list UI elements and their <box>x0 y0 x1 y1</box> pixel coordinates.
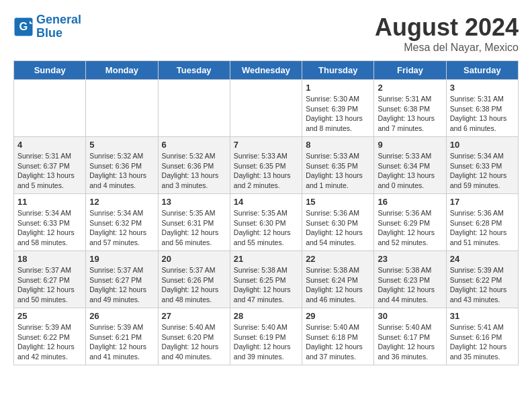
calendar-cell: 12Sunrise: 5:34 AMSunset: 6:32 PMDayligh… <box>86 194 158 251</box>
day-info: Sunrise: 5:38 AMSunset: 6:23 PMDaylight:… <box>378 265 442 305</box>
calendar-week-1: 1Sunrise: 5:30 AMSunset: 6:39 PMDaylight… <box>14 80 519 137</box>
calendar-cell: 28Sunrise: 5:40 AMSunset: 6:19 PMDayligh… <box>230 308 302 365</box>
calendar-week-4: 18Sunrise: 5:37 AMSunset: 6:27 PMDayligh… <box>14 251 519 308</box>
calendar-cell: 16Sunrise: 5:36 AMSunset: 6:29 PMDayligh… <box>374 194 446 251</box>
day-info: Sunrise: 5:40 AMSunset: 6:18 PMDaylight:… <box>306 322 370 362</box>
calendar-cell: 25Sunrise: 5:39 AMSunset: 6:22 PMDayligh… <box>14 308 86 365</box>
day-info: Sunrise: 5:40 AMSunset: 6:20 PMDaylight:… <box>162 322 226 362</box>
page-header: G GeneralBlue August 2024 Mesa del Nayar… <box>13 13 519 54</box>
calendar-cell: 23Sunrise: 5:38 AMSunset: 6:23 PMDayligh… <box>374 251 446 308</box>
day-number: 14 <box>234 197 298 207</box>
day-info: Sunrise: 5:40 AMSunset: 6:17 PMDaylight:… <box>378 322 442 362</box>
logo-text: GeneralBlue <box>36 13 81 40</box>
day-number: 22 <box>306 254 370 264</box>
column-header-friday: Friday <box>374 61 446 80</box>
logo-icon: G <box>13 17 34 37</box>
calendar-cell: 3Sunrise: 5:31 AMSunset: 6:38 PMDaylight… <box>446 80 518 137</box>
day-number: 23 <box>378 254 442 264</box>
day-number: 1 <box>306 83 370 93</box>
calendar-cell <box>158 80 230 137</box>
day-info: Sunrise: 5:31 AMSunset: 6:38 PMDaylight:… <box>450 94 515 134</box>
subtitle: Mesa del Nayar, Mexico <box>375 42 519 54</box>
day-number: 26 <box>89 311 154 321</box>
calendar-cell: 9Sunrise: 5:33 AMSunset: 6:34 PMDaylight… <box>374 137 446 194</box>
day-number: 28 <box>234 311 298 321</box>
day-info: Sunrise: 5:37 AMSunset: 6:27 PMDaylight:… <box>17 265 82 305</box>
calendar-cell: 24Sunrise: 5:39 AMSunset: 6:22 PMDayligh… <box>446 251 518 308</box>
column-header-thursday: Thursday <box>302 61 374 80</box>
day-info: Sunrise: 5:40 AMSunset: 6:19 PMDaylight:… <box>234 322 298 362</box>
calendar-cell: 15Sunrise: 5:36 AMSunset: 6:30 PMDayligh… <box>302 194 374 251</box>
day-info: Sunrise: 5:30 AMSunset: 6:39 PMDaylight:… <box>306 94 370 134</box>
day-info: Sunrise: 5:32 AMSunset: 6:36 PMDaylight:… <box>89 151 154 191</box>
day-number: 6 <box>162 140 226 150</box>
day-info: Sunrise: 5:31 AMSunset: 6:37 PMDaylight:… <box>17 151 82 191</box>
day-info: Sunrise: 5:39 AMSunset: 6:22 PMDaylight:… <box>17 322 82 362</box>
calendar-cell <box>14 80 86 137</box>
calendar-cell: 11Sunrise: 5:34 AMSunset: 6:33 PMDayligh… <box>14 194 86 251</box>
calendar-table: SundayMondayTuesdayWednesdayThursdayFrid… <box>13 60 519 365</box>
calendar-cell: 21Sunrise: 5:38 AMSunset: 6:25 PMDayligh… <box>230 251 302 308</box>
calendar-cell: 13Sunrise: 5:35 AMSunset: 6:31 PMDayligh… <box>158 194 230 251</box>
calendar-cell: 14Sunrise: 5:35 AMSunset: 6:30 PMDayligh… <box>230 194 302 251</box>
day-number: 13 <box>162 197 226 207</box>
day-info: Sunrise: 5:34 AMSunset: 6:32 PMDaylight:… <box>89 208 154 248</box>
day-info: Sunrise: 5:36 AMSunset: 6:29 PMDaylight:… <box>378 208 442 248</box>
day-info: Sunrise: 5:41 AMSunset: 6:16 PMDaylight:… <box>450 322 515 362</box>
calendar-cell: 7Sunrise: 5:33 AMSunset: 6:35 PMDaylight… <box>230 137 302 194</box>
day-info: Sunrise: 5:39 AMSunset: 6:22 PMDaylight:… <box>450 265 515 305</box>
calendar-week-5: 25Sunrise: 5:39 AMSunset: 6:22 PMDayligh… <box>14 308 519 365</box>
day-number: 11 <box>17 197 82 207</box>
calendar-cell <box>230 80 302 137</box>
day-number: 8 <box>306 140 370 150</box>
day-number: 31 <box>450 311 515 321</box>
calendar-cell <box>86 80 158 137</box>
day-number: 25 <box>17 311 82 321</box>
column-header-wednesday: Wednesday <box>230 61 302 80</box>
day-number: 9 <box>378 140 442 150</box>
day-number: 19 <box>89 254 154 264</box>
day-info: Sunrise: 5:31 AMSunset: 6:38 PMDaylight:… <box>378 94 442 134</box>
calendar-cell: 18Sunrise: 5:37 AMSunset: 6:27 PMDayligh… <box>14 251 86 308</box>
calendar-cell: 20Sunrise: 5:37 AMSunset: 6:26 PMDayligh… <box>158 251 230 308</box>
column-header-sunday: Sunday <box>14 61 86 80</box>
day-info: Sunrise: 5:39 AMSunset: 6:21 PMDaylight:… <box>89 322 154 362</box>
day-number: 17 <box>450 197 515 207</box>
day-info: Sunrise: 5:38 AMSunset: 6:24 PMDaylight:… <box>306 265 370 305</box>
column-header-monday: Monday <box>86 61 158 80</box>
day-number: 18 <box>17 254 82 264</box>
day-number: 27 <box>162 311 226 321</box>
svg-text:G: G <box>19 19 28 32</box>
day-number: 10 <box>450 140 515 150</box>
day-info: Sunrise: 5:35 AMSunset: 6:30 PMDaylight:… <box>234 208 298 248</box>
day-info: Sunrise: 5:37 AMSunset: 6:27 PMDaylight:… <box>89 265 154 305</box>
calendar-header-row: SundayMondayTuesdayWednesdayThursdayFrid… <box>14 61 519 80</box>
calendar-cell: 22Sunrise: 5:38 AMSunset: 6:24 PMDayligh… <box>302 251 374 308</box>
calendar-cell: 1Sunrise: 5:30 AMSunset: 6:39 PMDaylight… <box>302 80 374 137</box>
calendar-cell: 19Sunrise: 5:37 AMSunset: 6:27 PMDayligh… <box>86 251 158 308</box>
day-number: 30 <box>378 311 442 321</box>
day-info: Sunrise: 5:37 AMSunset: 6:26 PMDaylight:… <box>162 265 226 305</box>
day-info: Sunrise: 5:38 AMSunset: 6:25 PMDaylight:… <box>234 265 298 305</box>
day-info: Sunrise: 5:35 AMSunset: 6:31 PMDaylight:… <box>162 208 226 248</box>
day-number: 24 <box>450 254 515 264</box>
day-number: 15 <box>306 197 370 207</box>
calendar-body: 1Sunrise: 5:30 AMSunset: 6:39 PMDaylight… <box>14 80 519 365</box>
calendar-cell: 8Sunrise: 5:33 AMSunset: 6:35 PMDaylight… <box>302 137 374 194</box>
title-area: August 2024 Mesa del Nayar, Mexico <box>375 13 519 54</box>
day-info: Sunrise: 5:32 AMSunset: 6:36 PMDaylight:… <box>162 151 226 191</box>
day-info: Sunrise: 5:33 AMSunset: 6:35 PMDaylight:… <box>234 151 298 191</box>
day-info: Sunrise: 5:36 AMSunset: 6:30 PMDaylight:… <box>306 208 370 248</box>
day-number: 16 <box>378 197 442 207</box>
day-info: Sunrise: 5:36 AMSunset: 6:28 PMDaylight:… <box>450 208 515 248</box>
day-info: Sunrise: 5:33 AMSunset: 6:34 PMDaylight:… <box>378 151 442 191</box>
calendar-cell: 27Sunrise: 5:40 AMSunset: 6:20 PMDayligh… <box>158 308 230 365</box>
calendar-cell: 4Sunrise: 5:31 AMSunset: 6:37 PMDaylight… <box>14 137 86 194</box>
day-number: 20 <box>162 254 226 264</box>
calendar-week-3: 11Sunrise: 5:34 AMSunset: 6:33 PMDayligh… <box>14 194 519 251</box>
calendar-cell: 26Sunrise: 5:39 AMSunset: 6:21 PMDayligh… <box>86 308 158 365</box>
main-title: August 2024 <box>375 13 519 42</box>
day-number: 21 <box>234 254 298 264</box>
day-info: Sunrise: 5:34 AMSunset: 6:33 PMDaylight:… <box>450 151 515 191</box>
column-header-tuesday: Tuesday <box>158 61 230 80</box>
